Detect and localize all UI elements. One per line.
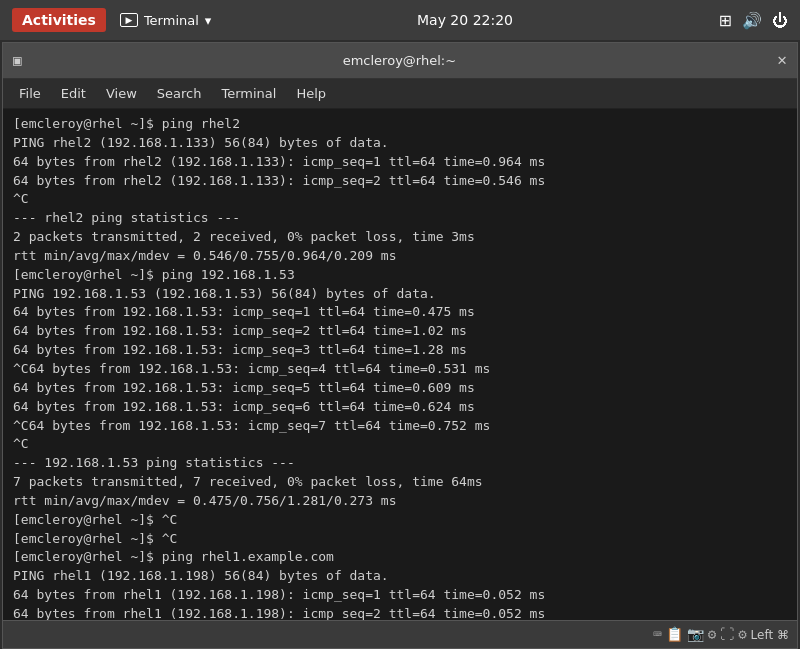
clipboard-icon[interactable]: 📋 [666, 626, 683, 643]
activities-label: Activities [22, 12, 96, 28]
volume-icon[interactable]: 🔊 [742, 11, 762, 30]
menu-edit[interactable]: Edit [53, 84, 94, 103]
usb-icon[interactable]: ⚙ [708, 626, 716, 643]
screenshot-icon[interactable]: 📷 [687, 626, 704, 643]
menu-bar: File Edit View Search Terminal Help [3, 79, 797, 109]
title-bar-title: emcleroy@rhel:~ [343, 53, 456, 68]
title-bar: ▣ emcleroy@rhel:~ ✕ [3, 43, 797, 79]
menu-terminal[interactable]: Terminal [213, 84, 284, 103]
system-bar-left: Activities ▶ Terminal ▾ [12, 8, 211, 32]
window-icon: ▣ [13, 52, 21, 69]
title-bar-left: ▣ [13, 52, 21, 69]
terminal-dropdown-arrow: ▾ [205, 13, 212, 28]
keyboard-icon[interactable]: ⌨ [653, 626, 661, 643]
network-icon[interactable]: ⊞ [719, 11, 732, 30]
menu-file[interactable]: File [11, 84, 49, 103]
close-button[interactable]: ✕ [777, 53, 787, 69]
menu-view[interactable]: View [98, 84, 145, 103]
menu-help[interactable]: Help [288, 84, 334, 103]
terminal-text: [emcleroy@rhel ~]$ ping rhel2 PING rhel2… [13, 115, 787, 620]
status-label: Left ⌘ [751, 628, 789, 642]
menu-search[interactable]: Search [149, 84, 210, 103]
terminal-output[interactable]: [emcleroy@rhel ~]$ ping rhel2 PING rhel2… [3, 109, 797, 620]
terminal-window: ▣ emcleroy@rhel:~ ✕ File Edit View Searc… [2, 42, 798, 649]
system-bar: Activities ▶ Terminal ▾ May 20 22:20 ⊞ 🔊… [0, 0, 800, 40]
activities-button[interactable]: Activities [12, 8, 106, 32]
status-bar: ⌨ 📋 📷 ⚙ ⛶ ⚙ Left ⌘ [3, 620, 797, 648]
system-bar-right: ⊞ 🔊 ⏻ [719, 11, 788, 30]
terminal-label: Terminal [144, 13, 199, 28]
terminal-icon: ▶ [120, 13, 138, 27]
power-icon[interactable]: ⏻ [772, 11, 788, 30]
fullscreen-icon[interactable]: ⛶ [720, 627, 734, 643]
terminal-menu-button[interactable]: ▶ Terminal ▾ [120, 13, 211, 28]
system-bar-datetime: May 20 22:20 [417, 12, 513, 28]
settings-icon[interactable]: ⚙ [738, 626, 746, 643]
